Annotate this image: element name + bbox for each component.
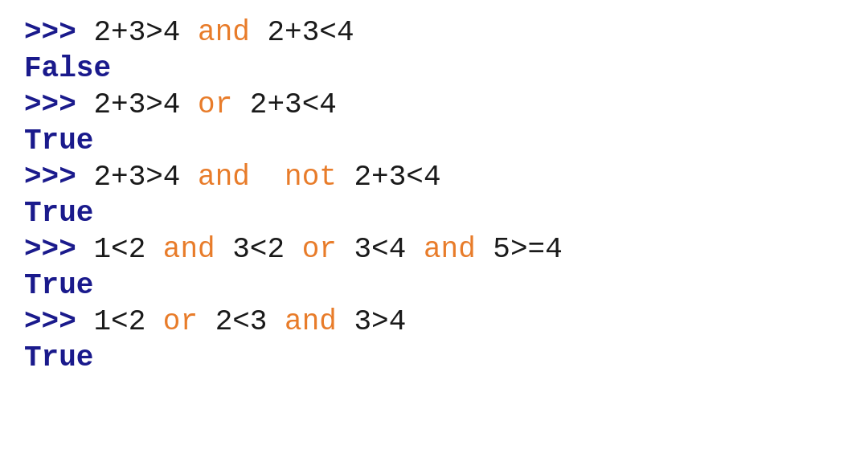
result-true-3: True — [24, 195, 93, 231]
keyword-or-5: or — [163, 304, 198, 340]
input-line-3: >>> 2+3>4 and not 2+3<4 — [24, 159, 844, 195]
input-line-5: >>> 1<2 or 2<3 and 3>4 — [24, 304, 844, 340]
code-2b: 2+3<4 — [232, 87, 337, 123]
result-true-5: True — [24, 340, 93, 376]
code-2a: 2+3>4 — [93, 87, 198, 123]
code-4c: 3<4 — [337, 231, 424, 268]
code-1b: 2+3<4 — [250, 14, 354, 51]
output-line-2: True — [24, 123, 844, 159]
prompt-1: >>> — [24, 14, 93, 51]
result-true-2: True — [24, 123, 93, 159]
output-line-3: True — [24, 195, 844, 231]
keyword-and-5: and — [285, 304, 337, 340]
keyword-or-2: or — [198, 87, 232, 123]
code-4d: 5>=4 — [476, 231, 563, 268]
code-1a: 2+3>4 — [93, 14, 198, 51]
code-5b: 2<3 — [198, 304, 285, 340]
code-5a: 1<2 — [93, 304, 162, 340]
input-line-4: >>> 1<2 and 3<2 or 3<4 and 5>=4 — [24, 231, 844, 268]
prompt-3: >>> — [24, 159, 93, 195]
code-3a: 2+3>4 — [93, 159, 198, 195]
keyword-and-3: and — [198, 159, 250, 195]
code-4b: 3<2 — [215, 231, 302, 268]
prompt-2: >>> — [24, 87, 93, 123]
result-false-1: False — [24, 51, 111, 87]
keyword-and-1: and — [198, 14, 250, 51]
keyword-and-4b: and — [424, 231, 476, 268]
output-line-4: True — [24, 268, 844, 304]
code-3b — [250, 159, 285, 195]
prompt-4: >>> — [24, 231, 93, 268]
code-4a: 1<2 — [93, 231, 162, 268]
result-true-4: True — [24, 268, 93, 304]
code-5c: 3>4 — [337, 304, 406, 340]
keyword-not-3: not — [285, 159, 337, 195]
code-3c: 2+3<4 — [337, 159, 441, 195]
prompt-5: >>> — [24, 304, 93, 340]
keyword-and-4: and — [163, 231, 215, 268]
keyword-or-4: or — [302, 231, 337, 268]
input-line-1: >>> 2+3>4 and 2+3<4 — [24, 14, 844, 51]
input-line-2: >>> 2+3>4 or 2+3<4 — [24, 87, 844, 123]
repl-container: >>> 2+3>4 and 2+3<4 False >>> 2+3>4 or 2… — [24, 14, 844, 376]
output-line-1: False — [24, 51, 844, 87]
output-line-5: True — [24, 340, 844, 376]
